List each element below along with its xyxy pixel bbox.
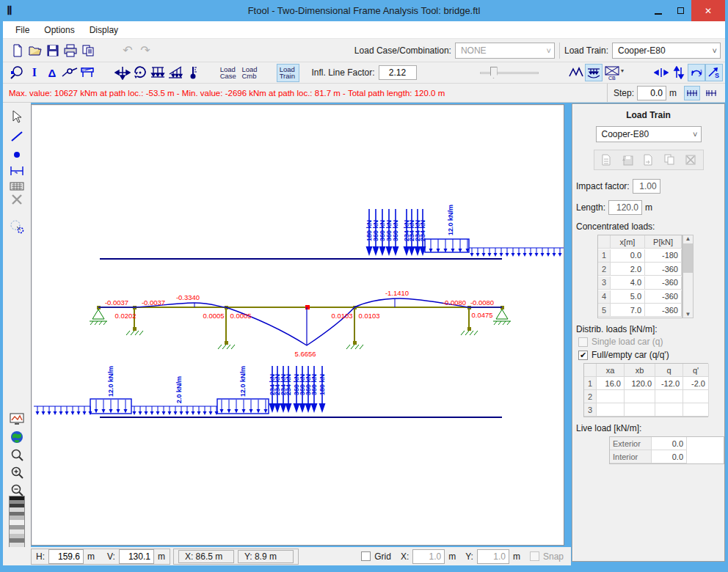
- grid-y-input[interactable]: [477, 549, 509, 564]
- slider-thumb[interactable]: [490, 67, 498, 78]
- scroll-down-icon[interactable]: ▼: [685, 311, 691, 318]
- scroll-thumb[interactable]: [683, 243, 693, 273]
- fit-world-button[interactable]: [8, 429, 26, 445]
- save-button[interactable]: [44, 42, 62, 59]
- nodes: [97, 306, 504, 345]
- distrib-loads-label: Distrib. loads [kN/m]:: [576, 324, 658, 334]
- load-case-button[interactable]: Load Case: [218, 65, 240, 81]
- globe-icon: [10, 430, 23, 444]
- cursor-x-display: X: 86.5 m: [178, 550, 234, 563]
- delete-train-icon: [685, 154, 696, 166]
- load-train-button[interactable]: Load Train: [277, 64, 300, 82]
- model-canvas[interactable]: 180 kN 360 kN 360 kN 360 kN 360 kN 234 k…: [31, 104, 564, 546]
- distrib-loads-table[interactable]: xaxbqq' 116.0120.0-12.0-2.0 2 3: [583, 363, 708, 417]
- load-train-select[interactable]: Cooper-E80˅: [596, 126, 702, 142]
- envelope-button[interactable]: CB▾: [603, 64, 627, 81]
- redo-button[interactable]: ↷: [136, 42, 154, 59]
- bottom-distributed-block-1: 12.0 kN/m: [90, 366, 131, 414]
- train-new-button[interactable]: [597, 153, 615, 167]
- copy-train-icon: [663, 154, 675, 166]
- svg-text:0.0005: 0.0005: [230, 312, 251, 320]
- minimize-button[interactable]: [647, 0, 669, 21]
- insert-member-button[interactable]: [8, 128, 26, 144]
- redo-icon: ↷: [140, 43, 150, 57]
- left-tool-strip: [3, 103, 31, 565]
- zoom-in-button[interactable]: [8, 465, 26, 481]
- train-position-button[interactable]: [585, 64, 603, 81]
- train-delete-button[interactable]: [682, 153, 699, 167]
- concentrated-loads-table[interactable]: x[m]P[kN] 10.0-180 22.0-360 34.0-360 45.…: [597, 235, 682, 318]
- undo-button[interactable]: ↶: [119, 42, 136, 59]
- load-train-panel: Load Train Cooper-E80˅ Impact factor: Le…: [572, 103, 725, 562]
- v-label: V:: [107, 551, 115, 562]
- svg-text:0.0202: 0.0202: [114, 312, 136, 320]
- single-load-car-checkbox: [578, 337, 588, 347]
- infl-line-factor-input[interactable]: [379, 65, 417, 80]
- length-input[interactable]: [608, 200, 642, 215]
- menu-file[interactable]: File: [9, 23, 36, 37]
- check-icon: ✔: [580, 351, 586, 359]
- train-export-button[interactable]: [639, 153, 657, 167]
- train-direction-button[interactable]: S: [705, 64, 723, 81]
- open-file-button[interactable]: [26, 42, 44, 59]
- print-button[interactable]: [62, 42, 79, 59]
- animation-slider[interactable]: [480, 66, 539, 79]
- move-horizontal-button[interactable]: [652, 64, 670, 81]
- select-button[interactable]: [8, 109, 26, 125]
- h-input[interactable]: [48, 549, 84, 564]
- concentrated-loads-scrollbar[interactable]: ▲ ▼: [682, 235, 694, 318]
- train-copy-button[interactable]: [660, 153, 678, 167]
- new-file-button[interactable]: [9, 42, 26, 59]
- influence-line-button[interactable]: [567, 64, 585, 81]
- transform-button[interactable]: [8, 219, 26, 235]
- thermal-load-icon: [188, 65, 198, 80]
- move-vertical-button[interactable]: [670, 64, 688, 81]
- distributed-load-button[interactable]: [149, 64, 167, 81]
- supports: [90, 309, 511, 349]
- svg-text:-0.0037: -0.0037: [142, 298, 165, 307]
- step-mode-variable-button[interactable]: [703, 86, 719, 100]
- grid-x-input[interactable]: [412, 549, 445, 564]
- load-train-select-top[interactable]: Cooper-E80˅: [612, 43, 721, 59]
- zoom-window-icon: [10, 449, 23, 462]
- copy-button[interactable]: [79, 42, 97, 59]
- live-load-table[interactable]: Exterior0.0 Interior0.0: [609, 436, 724, 464]
- load-cmb-button[interactable]: Load Cmb: [239, 65, 261, 81]
- svg-text:12.0 kN/m: 12.0 kN/m: [239, 366, 247, 397]
- train-save-button[interactable]: [619, 153, 636, 167]
- zoom-select-button[interactable]: [8, 64, 26, 81]
- insert-node-button[interactable]: [8, 147, 26, 163]
- load-case-select[interactable]: NONE˅: [455, 43, 555, 59]
- section-button[interactable]: I: [26, 64, 43, 81]
- menu-display[interactable]: Display: [83, 23, 125, 37]
- nodal-load-button[interactable]: [114, 64, 131, 81]
- impact-factor-input[interactable]: [633, 179, 660, 194]
- zoom-window-button[interactable]: [8, 447, 26, 463]
- material-button[interactable]: Δ: [43, 64, 61, 81]
- slider-track: [480, 72, 539, 74]
- scroll-up-icon[interactable]: ▲: [685, 235, 691, 242]
- grid-checkbox[interactable]: [361, 551, 371, 561]
- thermal-load-button[interactable]: [184, 64, 202, 81]
- support-button[interactable]: [79, 64, 96, 81]
- section-node[interactable]: [305, 305, 310, 309]
- full-empty-car-checkbox[interactable]: ✔: [578, 351, 588, 360]
- dimension-button[interactable]: [8, 163, 26, 179]
- v-input[interactable]: [119, 549, 154, 564]
- grid-y-label: Y:: [465, 551, 473, 562]
- hinge-button[interactable]: [61, 64, 79, 81]
- maximize-button[interactable]: [669, 0, 691, 21]
- uniform-step-icon: [686, 89, 698, 97]
- single-load-car-label: Single load car (q): [592, 337, 663, 347]
- menu-options[interactable]: Options: [37, 23, 81, 37]
- step-input[interactable]: [637, 86, 666, 100]
- open-folder-icon: [28, 44, 43, 57]
- rotate-train-button[interactable]: [688, 64, 705, 81]
- moment-load-button[interactable]: [131, 64, 149, 81]
- display-options-button[interactable]: [8, 411, 26, 427]
- close-button[interactable]: ✕: [691, 0, 725, 21]
- panel-title: Load Train: [572, 110, 724, 120]
- delete-button[interactable]: [8, 191, 26, 208]
- step-mode-uniform-button[interactable]: [684, 86, 700, 100]
- linear-load-button[interactable]: [167, 64, 184, 81]
